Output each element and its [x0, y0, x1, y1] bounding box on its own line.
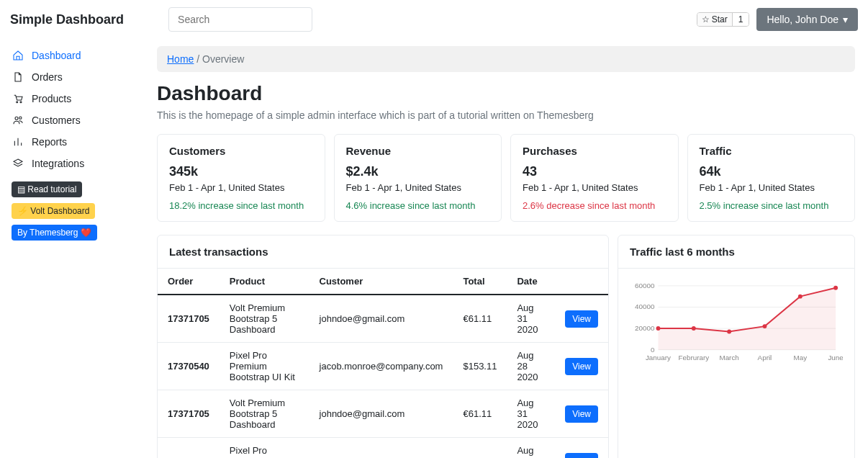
sidebar-item-label: Products [32, 93, 71, 104]
volt-dashboard-button[interactable]: ⚡ Volt Dashboard [12, 203, 95, 219]
sidebar-item-label: Reports [32, 136, 67, 148]
layers-icon [12, 158, 24, 169]
transactions-panel: Latest transactions OrderProductCustomer… [157, 235, 609, 458]
cell-date: Aug 31 2020 [507, 390, 555, 438]
traffic-chart: 0200004000060000JanuaryFebruraryMarchApr… [630, 279, 843, 364]
cell-total: €61.11 [453, 390, 507, 438]
cell-date: Aug 28 2020 [507, 438, 555, 459]
stat-range: Feb 1 - Apr 1, United States [346, 182, 490, 193]
user-menu-button[interactable]: Hello, John Doe ▾ [756, 8, 858, 31]
traffic-title: Traffic last 6 months [618, 235, 854, 269]
table-header [555, 269, 608, 295]
stat-change: 4.6% increase since last month [346, 200, 490, 211]
sidebar-item-label: Customers [32, 114, 81, 126]
svg-point-0 [17, 102, 18, 103]
cell-order: 17371705 [158, 390, 220, 438]
sidebar-item-customers[interactable]: Customers [7, 109, 137, 131]
table-row: 17370540Pixel Pro Premium Bootstrap UI K… [158, 343, 608, 390]
cell-date: Aug 31 2020 [507, 295, 555, 343]
search-input[interactable] [168, 7, 312, 32]
transactions-table: OrderProductCustomerTotalDate 17371705Vo… [158, 269, 608, 458]
svg-point-14 [727, 330, 731, 334]
star-badge[interactable]: ☆Star 1 [697, 12, 750, 27]
svg-point-3 [19, 117, 22, 119]
svg-text:0: 0 [651, 346, 655, 354]
table-header: Date [507, 269, 555, 295]
view-button[interactable]: View [565, 453, 598, 459]
traffic-panel: Traffic last 6 months 0200004000060000Ja… [618, 235, 855, 458]
svg-text:60000: 60000 [635, 282, 655, 289]
stat-range: Feb 1 - Apr 1, United States [169, 182, 313, 193]
cell-order: 17370540 [158, 438, 220, 459]
svg-text:March: March [719, 354, 738, 362]
bar-chart-icon [12, 136, 24, 148]
svg-point-15 [763, 324, 767, 328]
stat-change: 18.2% increase since last month [169, 200, 313, 211]
stat-label: Purchases [523, 145, 666, 157]
cell-customer: jacob.monroe@company.com [309, 343, 453, 390]
cell-customer: johndoe@gmail.com [309, 390, 453, 438]
svg-point-2 [15, 117, 18, 120]
breadcrumb-sep: / [196, 53, 202, 65]
stat-value: $2.4k [346, 164, 490, 179]
cell-date: Aug 28 2020 [507, 343, 555, 390]
stat-change: 2.5% increase since last month [700, 200, 844, 211]
sidebar-item-dashboard[interactable]: Dashboard [7, 45, 137, 66]
table-row: 17371705Volt Premium Bootstrap 5 Dashboa… [158, 390, 608, 438]
stat-card: Traffic64kFeb 1 - Apr 1, United States2.… [687, 134, 856, 222]
stat-range: Feb 1 - Apr 1, United States [700, 182, 844, 193]
cell-total: €61.11 [453, 295, 507, 343]
stat-label: Revenue [346, 145, 490, 157]
stat-card: Customers345kFeb 1 - Apr 1, United State… [157, 134, 325, 222]
book-icon: ▤ [17, 184, 27, 194]
brand-title: Simple Dashboard [10, 12, 124, 27]
stat-card: Revenue$2.4kFeb 1 - Apr 1, United States… [334, 134, 502, 222]
read-tutorial-button[interactable]: ▤ Read tutorial [12, 181, 82, 197]
table-row: 17370540Pixel Pro Premium Bootstrap UI K… [158, 438, 608, 459]
breadcrumb-current: Overview [202, 53, 244, 65]
stat-value: 64k [700, 164, 844, 179]
file-icon [12, 71, 24, 83]
svg-text:40000: 40000 [635, 302, 655, 310]
star-label: Star [712, 14, 728, 24]
page-title: Dashboard [157, 82, 855, 105]
users-icon [12, 114, 24, 126]
cell-order: 17370540 [158, 343, 220, 390]
view-button[interactable]: View [565, 405, 598, 423]
sidebar: Dashboard Orders Products Customers Repo… [0, 39, 144, 458]
breadcrumb-home[interactable]: Home [167, 53, 194, 65]
main-content: Home / Overview Dashboard This is the ho… [144, 39, 868, 458]
stat-change: 2.6% decrease since last month [523, 200, 666, 211]
cell-customer: johndoe@gmail.com [309, 295, 453, 343]
table-header: Customer [309, 269, 453, 295]
svg-point-12 [656, 326, 661, 331]
by-themesberg-button[interactable]: By Themesberg ❤️ [12, 225, 97, 241]
cell-total: $153.11 [453, 438, 507, 459]
volt-dashboard-label: Volt Dashboard [30, 206, 89, 216]
read-tutorial-label: Read tutorial [27, 184, 76, 194]
cell-product: Volt Premium Bootstrap 5 Dashboard [220, 295, 309, 343]
home-icon [12, 50, 24, 61]
svg-point-17 [833, 286, 838, 290]
svg-text:Februrary: Februrary [678, 354, 709, 362]
sidebar-item-reports[interactable]: Reports [7, 131, 137, 153]
sidebar-item-label: Integrations [32, 158, 84, 169]
breadcrumb: Home / Overview [157, 46, 855, 72]
sidebar-item-products[interactable]: Products [7, 88, 137, 109]
transactions-title: Latest transactions [158, 235, 608, 269]
sidebar-item-label: Orders [32, 71, 63, 83]
stat-label: Customers [169, 145, 313, 157]
user-greeting: Hello, John Doe [767, 14, 838, 25]
svg-point-1 [20, 102, 22, 103]
stat-value: 345k [169, 164, 313, 179]
cell-order: 17371705 [158, 295, 220, 343]
view-button[interactable]: View [565, 358, 598, 375]
stat-card: Purchases43Feb 1 - Apr 1, United States2… [510, 134, 679, 222]
sidebar-item-orders[interactable]: Orders [7, 66, 137, 88]
cell-product: Volt Premium Bootstrap 5 Dashboard [220, 390, 309, 438]
cart-icon [12, 93, 24, 104]
svg-text:January: January [646, 354, 671, 362]
table-header: Order [158, 269, 220, 295]
view-button[interactable]: View [565, 310, 598, 328]
sidebar-item-integrations[interactable]: Integrations [7, 153, 137, 174]
